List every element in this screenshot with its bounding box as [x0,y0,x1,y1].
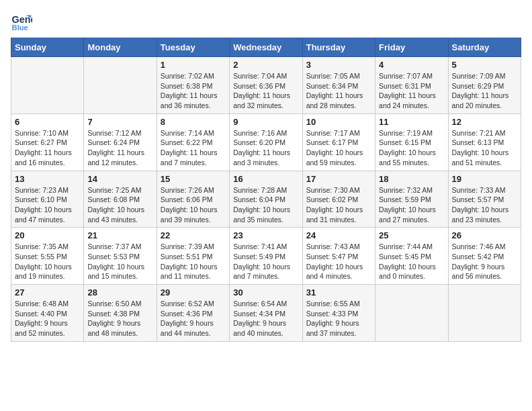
day-header-monday: Monday [84,38,157,57]
day-number: 27 [15,287,80,298]
day-info: Sunrise: 7:12 AMSunset: 6:24 PMDaylight:… [87,128,152,168]
day-number: 11 [379,117,444,127]
header-row: SundayMondayTuesdayWednesdayThursdayFrid… [11,38,521,57]
day-cell: 18Sunrise: 7:32 AMSunset: 5:59 PMDayligh… [375,171,448,228]
day-cell: 4Sunrise: 7:07 AMSunset: 6:31 PMDaylight… [375,57,448,114]
day-header-friday: Friday [375,38,448,57]
day-info: Sunrise: 7:30 AMSunset: 6:02 PMDaylight:… [306,185,371,225]
day-number: 19 [452,174,517,184]
day-cell: 30Sunrise: 6:54 AMSunset: 4:34 PMDayligh… [230,285,302,342]
day-cell: 14Sunrise: 7:25 AMSunset: 6:08 PMDayligh… [84,171,157,228]
day-cell: 28Sunrise: 6:50 AMSunset: 4:38 PMDayligh… [84,285,157,342]
week-row-1: 1Sunrise: 7:02 AMSunset: 6:38 PMDaylight… [11,57,521,114]
day-cell [448,285,521,342]
day-header-thursday: Thursday [302,38,375,57]
day-info: Sunrise: 7:37 AMSunset: 5:53 PMDaylight:… [87,242,152,281]
day-cell: 29Sunrise: 6:52 AMSunset: 4:36 PMDayligh… [157,285,229,342]
day-number: 24 [306,230,371,240]
week-row-4: 20Sunrise: 7:35 AMSunset: 5:55 PMDayligh… [11,228,521,285]
day-info: Sunrise: 7:39 AMSunset: 5:51 PMDaylight:… [161,242,226,281]
day-info: Sunrise: 7:02 AMSunset: 6:38 PMDaylight:… [161,71,226,111]
day-cell: 12Sunrise: 7:21 AMSunset: 6:13 PMDayligh… [448,113,521,171]
day-cell: 7Sunrise: 7:12 AMSunset: 6:24 PMDaylight… [84,113,157,171]
logo: General Blue [11,11,35,32]
day-cell: 21Sunrise: 7:37 AMSunset: 5:53 PMDayligh… [84,228,157,285]
day-number: 14 [87,174,152,184]
day-info: Sunrise: 6:54 AMSunset: 4:34 PMDaylight:… [233,299,298,338]
day-number: 5 [452,60,517,70]
day-header-sunday: Sunday [11,38,84,57]
day-number: 20 [15,230,80,240]
day-cell: 15Sunrise: 7:26 AMSunset: 6:06 PMDayligh… [157,171,229,228]
day-number: 1 [161,60,226,70]
day-number: 15 [161,174,226,184]
day-info: Sunrise: 7:14 AMSunset: 6:22 PMDaylight:… [161,128,226,168]
day-number: 23 [233,230,298,240]
day-header-wednesday: Wednesday [230,38,302,57]
day-info: Sunrise: 7:16 AMSunset: 6:20 PMDaylight:… [233,128,298,168]
day-cell: 10Sunrise: 7:17 AMSunset: 6:17 PMDayligh… [302,113,375,171]
day-cell: 6Sunrise: 7:10 AMSunset: 6:27 PMDaylight… [11,113,84,171]
day-cell: 9Sunrise: 7:16 AMSunset: 6:20 PMDaylight… [230,113,302,171]
day-info: Sunrise: 7:41 AMSunset: 5:49 PMDaylight:… [233,242,298,281]
day-number: 21 [87,230,152,240]
day-cell: 5Sunrise: 7:09 AMSunset: 6:29 PMDaylight… [448,57,521,114]
day-header-tuesday: Tuesday [157,38,229,57]
day-cell: 1Sunrise: 7:02 AMSunset: 6:38 PMDaylight… [157,57,229,114]
day-number: 12 [452,117,517,127]
day-cell: 25Sunrise: 7:44 AMSunset: 5:45 PMDayligh… [375,228,448,285]
day-info: Sunrise: 7:35 AMSunset: 5:55 PMDaylight:… [15,242,80,281]
logo-icon: General Blue [11,11,32,32]
day-number: 3 [306,60,371,70]
day-number: 31 [306,287,371,298]
day-number: 30 [233,287,298,298]
day-info: Sunrise: 7:43 AMSunset: 5:47 PMDaylight:… [306,242,371,281]
day-cell: 13Sunrise: 7:23 AMSunset: 6:10 PMDayligh… [11,171,84,228]
day-number: 22 [161,230,226,240]
day-number: 8 [161,117,226,127]
day-cell: 26Sunrise: 7:46 AMSunset: 5:42 PMDayligh… [448,228,521,285]
day-cell: 31Sunrise: 6:55 AMSunset: 4:33 PMDayligh… [302,285,375,342]
day-cell [375,285,448,342]
day-number: 28 [87,287,152,298]
svg-text:Blue: Blue [12,24,28,32]
day-info: Sunrise: 7:09 AMSunset: 6:29 PMDaylight:… [452,71,517,111]
day-cell: 20Sunrise: 7:35 AMSunset: 5:55 PMDayligh… [11,228,84,285]
day-info: Sunrise: 7:05 AMSunset: 6:34 PMDaylight:… [306,71,371,111]
day-info: Sunrise: 7:23 AMSunset: 6:10 PMDaylight:… [15,185,80,225]
day-number: 16 [233,174,298,184]
day-number: 7 [87,117,152,127]
day-number: 25 [379,230,444,240]
day-header-saturday: Saturday [448,38,521,57]
day-cell [11,57,84,114]
day-cell: 3Sunrise: 7:05 AMSunset: 6:34 PMDaylight… [302,57,375,114]
day-info: Sunrise: 7:04 AMSunset: 6:36 PMDaylight:… [233,71,298,111]
day-info: Sunrise: 6:48 AMSunset: 4:40 PMDaylight:… [15,299,80,338]
day-number: 9 [233,117,298,127]
week-row-5: 27Sunrise: 6:48 AMSunset: 4:40 PMDayligh… [11,285,521,342]
day-number: 29 [161,287,226,298]
day-number: 13 [15,174,80,184]
day-info: Sunrise: 6:55 AMSunset: 4:33 PMDaylight:… [306,299,371,338]
day-number: 2 [233,60,298,70]
day-number: 18 [379,174,444,184]
day-info: Sunrise: 7:17 AMSunset: 6:17 PMDaylight:… [306,128,371,168]
day-number: 10 [306,117,371,127]
day-cell [84,57,157,114]
day-cell: 16Sunrise: 7:28 AMSunset: 6:04 PMDayligh… [230,171,302,228]
day-number: 17 [306,174,371,184]
day-cell: 8Sunrise: 7:14 AMSunset: 6:22 PMDaylight… [157,113,229,171]
day-info: Sunrise: 6:50 AMSunset: 4:38 PMDaylight:… [87,299,152,338]
day-info: Sunrise: 7:33 AMSunset: 5:57 PMDaylight:… [452,185,517,225]
day-info: Sunrise: 7:19 AMSunset: 6:15 PMDaylight:… [379,128,444,168]
week-row-3: 13Sunrise: 7:23 AMSunset: 6:10 PMDayligh… [11,171,521,228]
day-info: Sunrise: 7:32 AMSunset: 5:59 PMDaylight:… [379,185,444,225]
day-cell: 11Sunrise: 7:19 AMSunset: 6:15 PMDayligh… [375,113,448,171]
calendar-table: SundayMondayTuesdayWednesdayThursdayFrid… [11,38,521,342]
day-info: Sunrise: 7:44 AMSunset: 5:45 PMDaylight:… [379,242,444,281]
day-number: 4 [379,60,444,70]
day-cell: 17Sunrise: 7:30 AMSunset: 6:02 PMDayligh… [302,171,375,228]
day-info: Sunrise: 7:46 AMSunset: 5:42 PMDaylight:… [452,242,517,281]
day-cell: 27Sunrise: 6:48 AMSunset: 4:40 PMDayligh… [11,285,84,342]
day-info: Sunrise: 7:07 AMSunset: 6:31 PMDaylight:… [379,71,444,111]
